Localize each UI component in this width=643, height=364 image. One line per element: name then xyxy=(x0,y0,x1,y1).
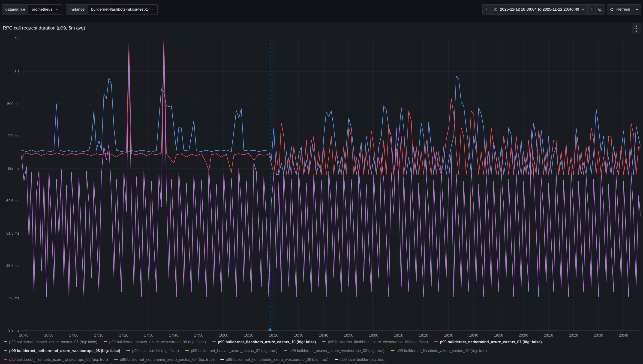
x-axis-tick-label: 19:40 xyxy=(469,333,478,338)
variable-instance: Instance buildernet-flashbots-mkosi-test… xyxy=(66,4,158,14)
x-axis-tick-label: 20:40 xyxy=(619,333,628,338)
legend-item[interactable]: p99 buildernet_beaver_azure_westeurope_0… xyxy=(104,340,206,344)
legend-series-label: p99 buildernet_beaver_azure_eastus_07 (b… xyxy=(191,348,277,353)
annotation-marker-icon[interactable] xyxy=(268,328,272,330)
panel-header: RPC call request duration (p99, 5m avg) xyxy=(0,22,643,35)
x-axis-tick-label: 19:50 xyxy=(494,333,503,338)
legend-item[interactable]: p99 local-builder (big: false) xyxy=(127,348,179,353)
legend-series-swatch xyxy=(185,350,189,351)
time-zoom-out-button[interactable] xyxy=(595,4,605,14)
variable-datasource-value: prometheus xyxy=(32,7,52,12)
legend-series-swatch xyxy=(220,359,224,360)
x-axis-tick-label: 18:20 xyxy=(269,333,278,338)
y-axis-tick-label: 2 s xyxy=(0,37,20,41)
y-axis-tick-label: 250 ms xyxy=(0,134,20,138)
y-axis-tick-label: 62.5 ms xyxy=(0,198,20,203)
x-axis-tick-label: 20:20 xyxy=(569,333,578,338)
legend-series-swatch xyxy=(434,342,438,342)
legend-item[interactable]: p99 buildernet_nethermind_azure_westeuro… xyxy=(220,357,328,362)
refresh-interval-dropdown[interactable] xyxy=(633,4,641,14)
variable-datasource: datasource prometheus xyxy=(2,4,62,14)
time-range-text: 2025-11-12 16:39:04 to 2025-11-12 20:46:… xyxy=(500,7,579,12)
y-axis-tick-label: 3.9 ms xyxy=(0,328,20,333)
x-axis-tick-label: 17:50 xyxy=(194,333,203,338)
y-axis-tick-label: 31.3 ms xyxy=(0,231,20,236)
legend-series-swatch xyxy=(114,359,118,360)
legend-series-swatch xyxy=(212,342,216,342)
x-axis-tick-label: 18:50 xyxy=(344,333,353,338)
legend-row: p99 buildernet_nethermind_azure_westeuro… xyxy=(4,346,641,355)
grafana-dashboard: { "topbar": { "variables": [ {"label": "… xyxy=(0,0,643,364)
time-range-button[interactable]: 2025-11-12 16:39:04 to 2025-11-12 20:46:… xyxy=(490,4,587,14)
legend-item[interactable]: p99 buildernet_flashbots_azure_westeurop… xyxy=(322,340,428,344)
legend-series-label: p99 buildernet_flashbots_azure_eastus_10… xyxy=(218,340,316,344)
legend: p99 buildernet_beaver_azure_eastus_07 (b… xyxy=(4,338,641,364)
kebab-menu-icon xyxy=(635,25,637,32)
x-axis-tick-label: 17:40 xyxy=(169,333,178,338)
x-axis-tick-label: 18:30 xyxy=(294,333,303,338)
panel-title[interactable]: RPC call request duration (p99, 5m avg) xyxy=(3,25,85,31)
legend-item[interactable]: p99 buildernet_flashbots_azure_westeurop… xyxy=(4,357,108,362)
time-shift-back-button[interactable] xyxy=(483,4,490,14)
y-axis-tick-label: 15.6 ms xyxy=(0,264,20,268)
variable-instance-label: Instance xyxy=(66,4,88,14)
x-axis-tick-label: 17:20 xyxy=(119,333,128,338)
legend-series-swatch xyxy=(4,359,7,360)
x-axis-tick-label: 20:30 xyxy=(594,333,603,338)
timeseries-plot[interactable] xyxy=(22,39,640,330)
legend-item[interactable]: p99 buildernet_flashbots_azure_eastus_10… xyxy=(212,340,316,344)
legend-item[interactable]: p99 buildernet_nethermind_azure_eastus_0… xyxy=(434,340,542,344)
legend-series-swatch xyxy=(391,350,394,351)
series-line xyxy=(22,76,640,174)
y-axis-tick-label: 1 s xyxy=(0,69,20,74)
panel-menu-button[interactable] xyxy=(632,23,641,34)
legend-item[interactable]: p99 buildernet_beaver_azure_eastus_07 (b… xyxy=(4,340,97,344)
refresh-group: Refresh xyxy=(607,4,641,14)
series-line xyxy=(22,43,640,297)
legend-item[interactable]: p99 buildernet_beaver_azure_eastus_07 (b… xyxy=(185,348,277,353)
chevron-down-icon xyxy=(581,8,585,11)
legend-series-label: p99 local-builder (big: false) xyxy=(132,348,179,353)
time-picker-group: 2025-11-12 16:39:04 to 2025-11-12 20:46:… xyxy=(482,4,605,14)
variable-datasource-label: datasource xyxy=(2,4,28,14)
x-axis-tick-label: 19:10 xyxy=(394,333,403,338)
time-shift-forward-button[interactable] xyxy=(587,4,595,14)
dashboard-toolbar: datasource prometheus Instance builderne… xyxy=(0,0,643,19)
magnifier-minus-icon xyxy=(598,8,602,12)
legend-item[interactable]: p99 buildernet_nethermind_azure_eastus_0… xyxy=(114,357,214,362)
legend-row: p99 buildernet_beaver_azure_eastus_07 (b… xyxy=(4,338,641,346)
variable-datasource-select[interactable]: prometheus xyxy=(28,4,62,14)
y-axis-tick-label: 125 ms xyxy=(0,166,20,171)
x-axis-tick-label: 17:00 xyxy=(69,333,79,338)
refresh-button[interactable]: Refresh xyxy=(607,4,633,14)
x-axis-tick-label: 18:00 xyxy=(219,333,228,338)
legend-series-label: p99 buildernet_flashbots_azure_eastus_10… xyxy=(396,348,487,353)
legend-series-label: p99 buildernet_beaver_azure_westeurope_0… xyxy=(289,348,384,353)
legend-item[interactable]: p99 buildernet_nethermind_azure_westeuro… xyxy=(4,348,120,353)
legend-series-swatch xyxy=(322,342,326,342)
legend-item[interactable]: p99 buildernet_flashbots_azure_eastus_10… xyxy=(391,348,487,353)
x-axis-tick-label: 20:00 xyxy=(519,333,528,338)
legend-item[interactable]: p99 buildernet_beaver_azure_westeurope_0… xyxy=(284,348,384,353)
clock-icon xyxy=(493,8,498,12)
legend-series-label: p99 local-builder (big: true) xyxy=(340,357,386,362)
legend-series-swatch xyxy=(284,350,287,351)
x-axis-tick-label: 16:40 xyxy=(19,333,29,338)
x-axis-tick-label: 20:10 xyxy=(544,333,553,338)
x-axis-tick-label: 16:50 xyxy=(44,333,53,338)
variable-instance-select[interactable]: buildernet-flashbots-mkosi-test-1 xyxy=(88,4,157,14)
chevron-down-icon xyxy=(151,8,154,11)
legend-item[interactable]: p99 local-builder (big: true) xyxy=(335,357,386,362)
x-axis-tick-label: 17:30 xyxy=(144,333,153,338)
y-axis-tick-label: 500 ms xyxy=(0,102,20,106)
legend-series-label: p99 buildernet_nethermind_azure_eastus_0… xyxy=(120,357,214,362)
legend-series-swatch xyxy=(104,342,107,342)
chevron-right-icon xyxy=(590,8,593,11)
legend-series-label: p99 buildernet_beaver_azure_westeurope_0… xyxy=(109,340,206,344)
legend-series-label: p99 buildernet_flashbots_azure_westeurop… xyxy=(9,357,108,362)
legend-series-swatch xyxy=(4,342,7,342)
variable-instance-value: buildernet-flashbots-mkosi-test-1 xyxy=(91,7,148,12)
x-axis-tick-label: 18:40 xyxy=(319,333,328,338)
legend-series-label: p99 buildernet_flashbots_azure_westeurop… xyxy=(328,340,428,344)
x-axis-tick-label: 19:00 xyxy=(369,333,378,338)
